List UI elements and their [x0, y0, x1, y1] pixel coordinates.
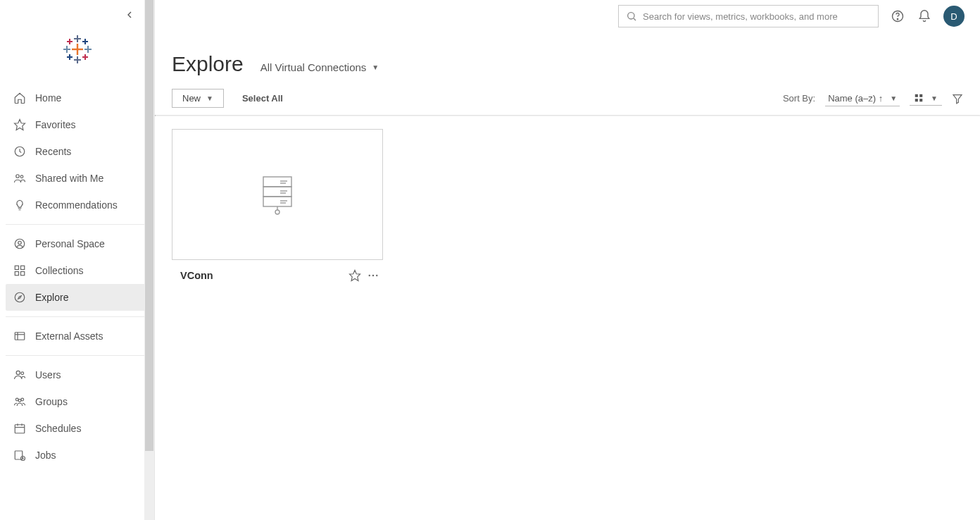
search-box[interactable] [618, 5, 879, 27]
sidebar-item-users[interactable]: Users [6, 361, 149, 388]
topbar: D [155, 0, 980, 32]
sidebar-item-external-assets[interactable]: External Assets [6, 323, 149, 349]
collapse-sidebar-button[interactable] [122, 7, 137, 23]
users-icon [13, 368, 27, 382]
virtual-connection-icon [255, 174, 300, 215]
svg-point-23 [18, 241, 22, 244]
svg-rect-54 [263, 187, 291, 197]
sidebar-item-recents[interactable]: Recents [6, 138, 149, 165]
sidebar-item-label: Personal Space [35, 238, 105, 249]
help-button[interactable] [890, 8, 905, 24]
svg-point-67 [376, 275, 377, 276]
person-circle-icon [13, 237, 27, 251]
groups-icon [13, 395, 27, 409]
sidebar-item-explore[interactable]: Explore [6, 284, 149, 311]
svg-rect-25 [21, 266, 25, 269]
sidebar-item-shared[interactable]: Shared with Me [6, 165, 149, 192]
toolbar-right: Sort By: Name (a–z) ↑ ▼ ▼ [783, 91, 963, 106]
svg-point-34 [21, 372, 24, 375]
sidebar-item-schedules[interactable]: Schedules [6, 415, 149, 442]
avatar-initial: D [950, 11, 957, 22]
card-thumbnail[interactable] [172, 129, 383, 260]
page-title: Explore [172, 52, 244, 76]
filter-button[interactable] [952, 93, 963, 104]
star-icon [13, 118, 27, 132]
view-mode-select[interactable]: ▼ [910, 91, 942, 106]
svg-marker-52 [953, 94, 962, 103]
svg-point-28 [15, 292, 25, 302]
svg-point-44 [628, 13, 634, 19]
svg-point-33 [16, 371, 20, 374]
content-type-selector[interactable]: All Virtual Connections ▼ [260, 61, 379, 75]
compass-icon [13, 290, 27, 304]
sidebar-item-recommendations[interactable]: Recommendations [6, 192, 149, 218]
svg-rect-48 [915, 94, 918, 97]
svg-rect-42 [15, 451, 23, 459]
svg-point-21 [20, 175, 23, 178]
jobs-icon [13, 448, 27, 462]
calendar-icon [13, 421, 27, 435]
sidebar-item-home[interactable]: Home [6, 85, 149, 111]
sidebar-item-collections[interactable]: Collections [6, 257, 149, 284]
sidebar-item-label: Favorites [35, 119, 76, 130]
sidebar-item-label: Recommendations [35, 199, 118, 211]
card-footer: VConn [172, 260, 383, 283]
notifications-button[interactable] [917, 8, 932, 24]
card-actions [348, 268, 380, 283]
sidebar-item-label: Recents [35, 146, 71, 157]
sort-value: Name (a–z) ↑ [828, 93, 883, 104]
bulb-icon [13, 198, 27, 212]
search-input[interactable] [643, 11, 871, 22]
new-button[interactable]: New ▼ [172, 89, 224, 108]
content-type-label: All Virtual Connections [260, 61, 367, 73]
sort-by-label: Sort By: [783, 93, 815, 104]
virtual-connection-card: VConn [172, 129, 383, 507]
external-icon [13, 329, 27, 343]
sidebar-item-label: Collections [35, 265, 83, 276]
collections-icon [13, 264, 27, 278]
svg-marker-29 [18, 296, 22, 299]
svg-rect-49 [919, 94, 922, 97]
sidebar-item-label: Jobs [35, 450, 56, 461]
card-title[interactable]: VConn [180, 270, 213, 281]
nav-section-admin: Users Groups Schedules Jobs [6, 361, 149, 474]
svg-point-20 [16, 175, 20, 178]
sidebar-item-label: Groups [35, 396, 68, 407]
sidebar-item-label: Home [35, 92, 61, 104]
sidebar-item-personal-space[interactable]: Personal Space [6, 230, 149, 257]
sidebar-item-jobs[interactable]: Jobs [6, 442, 149, 469]
page-header: Explore All Virtual Connections ▼ [155, 32, 980, 83]
nav-section-spaces: Personal Space Collections Explore [6, 230, 149, 317]
svg-line-45 [634, 18, 636, 20]
content-grid: VConn [155, 116, 980, 520]
sidebar-scroll-thumb[interactable] [145, 0, 153, 451]
svg-point-66 [372, 275, 374, 276]
clock-icon [13, 144, 27, 159]
sidebar-scrollbar[interactable] [144, 0, 154, 520]
caret-down-icon: ▼ [890, 94, 897, 102]
toolbar-left: New ▼ Select All [172, 89, 283, 108]
svg-point-65 [369, 275, 370, 276]
svg-rect-38 [15, 425, 25, 433]
toolbar: New ▼ Select All Sort By: Name (a–z) ↑ ▼… [155, 83, 980, 115]
svg-point-37 [18, 400, 21, 402]
svg-point-63 [275, 210, 279, 214]
sidebar-item-label: Shared with Me [35, 173, 103, 184]
caret-down-icon: ▼ [931, 94, 938, 102]
select-all-button[interactable]: Select All [242, 93, 283, 104]
sort-select[interactable]: Name (a–z) ↑ ▼ [825, 91, 900, 106]
home-icon [13, 91, 27, 105]
sidebar-item-label: Users [35, 369, 61, 380]
favorite-toggle[interactable] [348, 268, 362, 283]
svg-rect-51 [919, 99, 922, 101]
main-content: D Explore All Virtual Connections ▼ New … [155, 0, 980, 520]
search-icon [626, 11, 637, 22]
nav-section-main: Home Favorites Recents Shared with Me Re… [6, 85, 149, 225]
more-actions-button[interactable] [366, 268, 380, 283]
svg-rect-55 [263, 197, 291, 206]
sidebar-item-label: Schedules [35, 423, 81, 434]
user-avatar[interactable]: D [943, 6, 965, 27]
svg-marker-18 [15, 120, 25, 130]
sidebar-item-favorites[interactable]: Favorites [6, 111, 149, 138]
sidebar-item-groups[interactable]: Groups [6, 388, 149, 415]
